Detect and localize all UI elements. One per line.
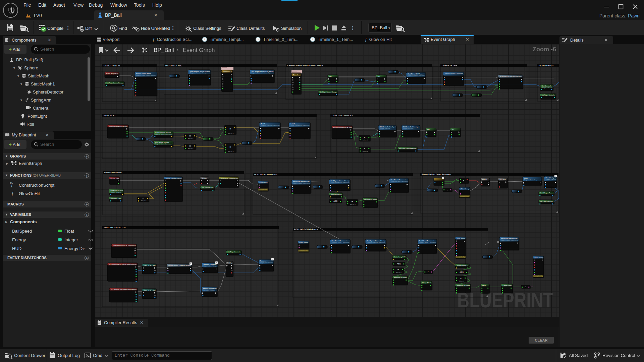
svg-text:Timeline: Timeline: [293, 74, 300, 76]
svg-text:Target is Audio Component: Target is Audio Component: [391, 181, 408, 182]
svg-text:Target is Audio Component: Target is Audio Component: [524, 179, 541, 181]
svg-text:Remove from Parent: Remove from Parent: [203, 288, 217, 289]
svg-text:Target is Pawn: Target is Pawn: [403, 128, 414, 129]
svg-text:Print String: Print String: [461, 188, 469, 190]
svg-text:Start Camera Fade: Start Camera Fade: [136, 73, 151, 74]
svg-text:Get Player Camera Manager: Get Player Camera Manager: [320, 91, 337, 93]
svg-text:Target is Primitive Component: Target is Primitive Component: [290, 125, 310, 126]
svg-text:Target is Primitive Component: Target is Primitive Component: [190, 72, 210, 74]
svg-text:Add pin ⊕: Add pin ⊕: [350, 204, 356, 205]
svg-text:Get Player Camera Manager: Get Player Camera Manager: [107, 82, 124, 84]
svg-text:Normalize to Range: Normalize to Range: [394, 277, 407, 278]
svg-text:×: ×: [189, 144, 191, 147]
svg-text:Get Player Controller: Get Player Controller: [540, 200, 553, 202]
svg-text:Get Right Vector: Get Right Vector: [155, 141, 169, 143]
svg-text:Target is Audio Component: Target is Audio Component: [419, 242, 436, 243]
svg-text:Target is Actor: Target is Actor: [111, 192, 122, 193]
svg-text:Add to Viewport: Add to Viewport: [204, 263, 217, 265]
svg-text:+: +: [397, 268, 399, 271]
svg-text:Get Player Controller: Get Player Controller: [228, 251, 241, 253]
svg-text:Switch on EPhysicalSurface: Switch on EPhysicalSurface: [221, 177, 238, 179]
svg-text:Target is Player Camera Manage: Target is Player Camera Manager: [136, 75, 157, 76]
svg-text:Add pin ⊕: Add pin ⊕: [141, 200, 146, 201]
svg-text:Sphere Trace By Channel: Sphere Trace By Channel: [166, 177, 182, 179]
svg-text:MATERIAL FADE: MATERIAL FADE: [165, 64, 182, 67]
svg-text:Target is Audio Component: Target is Audio Component: [501, 240, 519, 241]
svg-text:SWITCH CHARACTER: SWITCH CHARACTER: [104, 226, 126, 229]
svg-text:Target is Audio Component: Target is Audio Component: [332, 242, 350, 243]
svg-text:Print String: Print String: [535, 257, 543, 258]
svg-text:Set Float Parameter: Set Float Parameter: [419, 240, 436, 242]
svg-text:Vector Length XY: Vector Length XY: [457, 264, 469, 266]
svg-text:Get Surface Type: Get Surface Type: [202, 187, 214, 188]
svg-text:Clamp (Float): Clamp (Float): [503, 285, 512, 286]
svg-text:ABS: ABS: [460, 271, 464, 273]
svg-text:Get Controller: Get Controller: [542, 85, 552, 87]
svg-text:Vector Length XY: Vector Length XY: [394, 256, 406, 258]
svg-text:On Component Begin Overlap (Sp: On Component Begin Overlap (SphereDetect…: [109, 263, 137, 265]
svg-text:Player Falling Down Respawn: Player Falling Down Respawn: [422, 173, 451, 175]
svg-text:−: −: [142, 197, 144, 200]
svg-text:Target is Primitive Component: Target is Primitive Component: [331, 182, 350, 183]
svg-text:ROLLING SOUND Steel: ROLLING SOUND Steel: [254, 173, 277, 176]
svg-text:×: ×: [364, 147, 366, 150]
svg-text:Get Player Pawn: Get Player Pawn: [111, 197, 121, 199]
svg-text:Stop: Stop: [524, 177, 528, 179]
svg-text:Normalize to Range: Normalize to Range: [364, 198, 377, 200]
svg-text:MOVEMENT: MOVEMENT: [104, 114, 116, 117]
svg-text:Add pin ⊕: Add pin ⊕: [188, 148, 193, 149]
svg-text:•: •: [447, 188, 448, 191]
svg-text:SET: SET: [427, 129, 430, 130]
svg-text:Cast To BP_Ball: Cast To BP_Ball: [144, 289, 156, 291]
svg-text:Vector Length XY: Vector Length XY: [331, 193, 342, 195]
svg-text:Target is Primitive Component: Target is Primitive Component: [367, 242, 386, 243]
svg-text:<: <: [463, 179, 465, 182]
svg-text:+: +: [352, 200, 353, 203]
svg-text:CAMERA CONTROLS: CAMERA CONTROLS: [332, 114, 353, 117]
svg-text:Target is Material Instance Dy: Target is Material Instance Dynamic: [252, 72, 274, 74]
svg-text:CAMER BLURR: CAMER BLURR: [442, 64, 458, 66]
svg-text:Target is Controller: Target is Controller: [260, 262, 273, 263]
svg-text:DissoNgoMve/BRg: DissoNgoMve/BRg: [456, 256, 465, 258]
svg-text:Branch: Branch: [202, 177, 207, 179]
svg-text:Event BeginPlay: Event BeginPlay: [106, 73, 119, 74]
svg-text:Surface Detection: Surface Detection: [104, 171, 122, 174]
svg-text:On Component End Overlap (Sphe: On Component End Overlap (SphereDetector…: [111, 289, 137, 290]
svg-text:SET: SET: [329, 75, 332, 77]
svg-text:ABS: ABS: [397, 263, 401, 265]
svg-text:Get Player Controller: Get Player Controller: [542, 94, 555, 96]
svg-text:CAMER START POSITIONING PITCH: CAMER START POSITIONING PITCH: [287, 64, 323, 66]
svg-text:Target is Widget: Target is Widget: [203, 290, 215, 291]
svg-text:Get Physics Linear Velocity: Get Physics Linear Velocity: [367, 240, 386, 242]
svg-text:PLAYER INPUT: PLAYER INPUT: [539, 64, 554, 67]
svg-text:Add Controller Yaw Input: Add Controller Yaw Input: [380, 126, 396, 128]
svg-text:Add Force: Add Force: [261, 123, 269, 125]
svg-text:•: •: [428, 270, 429, 273]
svg-text:Set Float Parameter: Set Float Parameter: [332, 240, 348, 242]
svg-text:Timeline_0: Timeline_0: [223, 71, 232, 72]
svg-text:Print String: Print String: [300, 242, 308, 243]
svg-text:Get Physics Linear Velocity: Get Physics Linear Velocity: [331, 180, 350, 182]
svg-text:Add pin ⊕: Add pin ⊕: [188, 138, 193, 139]
svg-text:DissoNgoMve/BRg: DissoNgoMve/BRg: [259, 189, 267, 190]
svg-text:Add Force: Add Force: [290, 123, 299, 125]
svg-text:Target is Scene Component: Target is Scene Component: [155, 134, 173, 135]
svg-text:Set Float Parameter: Set Float Parameter: [293, 181, 310, 182]
svg-text:Do Once: Do Once: [500, 179, 506, 180]
svg-text:SET: SET: [378, 75, 380, 77]
svg-text:Get Player Camera Manager: Get Player Camera Manager: [399, 147, 417, 149]
svg-text:FlipFlop: FlipFlop: [227, 262, 232, 264]
svg-text:Normalize to Range: Normalize to Range: [457, 285, 470, 286]
svg-text:Target is Camera Component: Target is Camera Component: [408, 75, 425, 76]
svg-text:×: ×: [460, 277, 462, 280]
svg-text:Add pin ⊕: Add pin ⊕: [228, 151, 233, 152]
svg-text:Set Field Of View: Set Field Of View: [408, 73, 423, 75]
svg-text:ROLLING SOUND Force: ROLLING SOUND Force: [294, 228, 318, 230]
svg-text:Create Dynamic Material Instan: Create Dynamic Material Instance: [190, 70, 210, 72]
svg-text:Target is Scene Component: Target is Scene Component: [155, 143, 173, 145]
svg-text:Print String: Print String: [260, 182, 268, 183]
svg-text:Target is Pawn: Target is Pawn: [542, 87, 552, 88]
svg-text:DissoNgoMve/BRg: DissoNgoMve/BRg: [299, 250, 308, 251]
svg-text:Target is Pawn: Target is Pawn: [380, 128, 390, 129]
svg-text:Set members in PostProcessSett: Set members in PostProcessSettings: [500, 75, 522, 77]
